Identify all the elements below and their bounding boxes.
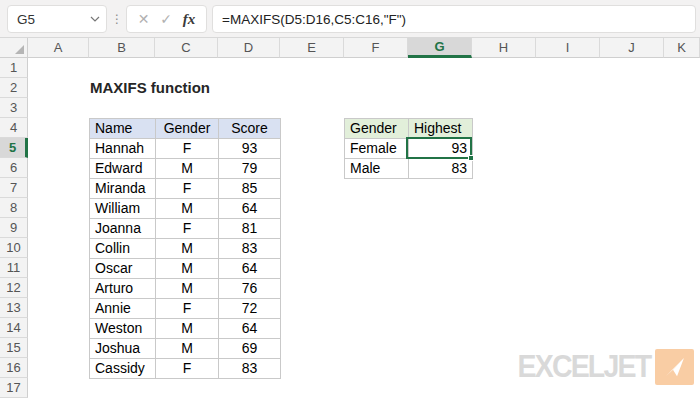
row-header-8[interactable]: 8 bbox=[0, 198, 28, 218]
table-row: JoannaF81 bbox=[90, 219, 281, 239]
row-header-12[interactable]: 12 bbox=[0, 278, 28, 298]
row-header-5[interactable]: 5 bbox=[0, 138, 28, 158]
table-cell[interactable]: Annie bbox=[90, 299, 156, 319]
table-cell[interactable]: 83 bbox=[219, 239, 281, 259]
sheet-canvas[interactable]: MAXIFS function NameGenderScoreHannahF93… bbox=[28, 58, 700, 398]
column-header-C[interactable]: C bbox=[155, 38, 218, 58]
table-cell[interactable]: Weston bbox=[90, 319, 156, 339]
column-header-D[interactable]: D bbox=[218, 38, 280, 58]
sheet-title-cell[interactable]: MAXIFS function bbox=[90, 78, 210, 98]
table-cell[interactable]: Collin bbox=[90, 239, 156, 259]
table-cell[interactable]: F bbox=[156, 299, 219, 319]
table-cell[interactable]: M bbox=[156, 279, 219, 299]
table-cell[interactable]: 72 bbox=[219, 299, 281, 319]
row-header-2[interactable]: 2 bbox=[0, 78, 28, 98]
table-cell[interactable]: Cassidy bbox=[90, 359, 156, 379]
table-cell[interactable]: 83 bbox=[409, 159, 473, 179]
row-header-17[interactable]: 17 bbox=[0, 378, 28, 398]
table-header-cell[interactable]: Gender bbox=[156, 119, 219, 139]
insert-function-icon[interactable]: fx bbox=[183, 11, 196, 28]
enter-icon[interactable]: ✓ bbox=[160, 11, 172, 27]
table-cell[interactable]: 93 bbox=[219, 139, 281, 159]
column-header-I[interactable]: I bbox=[536, 38, 600, 58]
row-header-7[interactable]: 7 bbox=[0, 178, 28, 198]
table-cell[interactable]: F bbox=[156, 359, 219, 379]
column-header-H[interactable]: H bbox=[472, 38, 536, 58]
table-cell[interactable]: Joshua bbox=[90, 339, 156, 359]
row-header-6[interactable]: 6 bbox=[0, 158, 28, 178]
table-cell[interactable]: Female bbox=[345, 139, 409, 159]
column-header-E[interactable]: E bbox=[280, 38, 344, 58]
exceljet-logo: EXCELJET bbox=[506, 349, 694, 385]
table-cell[interactable]: M bbox=[156, 259, 219, 279]
table-cell[interactable]: Oscar bbox=[90, 259, 156, 279]
table-header-row: GenderHighest bbox=[345, 119, 473, 139]
table-cell[interactable]: M bbox=[156, 319, 219, 339]
table-cell[interactable]: 93 bbox=[409, 139, 473, 159]
table-cell[interactable]: Joanna bbox=[90, 219, 156, 239]
table-cell[interactable]: 64 bbox=[219, 259, 281, 279]
row-header-15[interactable]: 15 bbox=[0, 338, 28, 358]
table-cell[interactable]: M bbox=[156, 339, 219, 359]
column-header-G[interactable]: G bbox=[408, 38, 472, 58]
row-header-1[interactable]: 1 bbox=[0, 58, 28, 78]
table-cell[interactable]: 79 bbox=[219, 159, 281, 179]
table-header-cell[interactable]: Highest bbox=[409, 119, 473, 139]
table-row: CassidyF83 bbox=[90, 359, 281, 379]
formula-bar: G5 ⋮ ✕ ✓ fx =MAXIFS(D5:D16,C5:C16,"F") bbox=[0, 0, 700, 38]
table-cell[interactable]: M bbox=[156, 239, 219, 259]
column-header-A[interactable]: A bbox=[28, 38, 89, 58]
table-cell[interactable]: Arturo bbox=[90, 279, 156, 299]
table-cell[interactable]: Edward bbox=[90, 159, 156, 179]
table-header-row: NameGenderScore bbox=[90, 119, 281, 139]
row-header-3[interactable]: 3 bbox=[0, 98, 28, 118]
table-row: OscarM64 bbox=[90, 259, 281, 279]
column-header-F[interactable]: F bbox=[344, 38, 408, 58]
row-header-16[interactable]: 16 bbox=[0, 358, 28, 378]
table-cell[interactable]: Hannah bbox=[90, 139, 156, 159]
row-header-10[interactable]: 10 bbox=[0, 238, 28, 258]
table-row: CollinM83 bbox=[90, 239, 281, 259]
column-header-B[interactable]: B bbox=[89, 38, 155, 58]
table-cell[interactable]: 85 bbox=[219, 179, 281, 199]
row-header-11[interactable]: 11 bbox=[0, 258, 28, 278]
formula-input[interactable]: =MAXIFS(D5:D16,C5:C16,"F") bbox=[212, 5, 696, 33]
row-header-4[interactable]: 4 bbox=[0, 118, 28, 138]
table-cell[interactable]: 69 bbox=[219, 339, 281, 359]
table-header-cell[interactable]: Name bbox=[90, 119, 156, 139]
formula-text: =MAXIFS(D5:D16,C5:C16,"F") bbox=[213, 12, 406, 27]
row-header-9[interactable]: 9 bbox=[0, 218, 28, 238]
column-headers: ABCDEFGHIJK bbox=[28, 38, 700, 58]
table-cell[interactable]: 64 bbox=[219, 319, 281, 339]
column-header-J[interactable]: J bbox=[600, 38, 664, 58]
table-row: WestonM64 bbox=[90, 319, 281, 339]
table-cell[interactable]: Miranda bbox=[90, 179, 156, 199]
table-header-cell[interactable]: Score bbox=[219, 119, 281, 139]
table-cell[interactable]: 81 bbox=[219, 219, 281, 239]
table-cell[interactable]: 76 bbox=[219, 279, 281, 299]
table-cell[interactable]: F bbox=[156, 139, 219, 159]
table-row: JoshuaM69 bbox=[90, 339, 281, 359]
row-header-14[interactable]: 14 bbox=[0, 318, 28, 338]
table-cell[interactable]: 64 bbox=[219, 199, 281, 219]
row-header-13[interactable]: 13 bbox=[0, 298, 28, 318]
table-cell[interactable]: Male bbox=[345, 159, 409, 179]
cancel-icon[interactable]: ✕ bbox=[138, 11, 150, 27]
column-header-K[interactable]: K bbox=[664, 38, 700, 58]
table-cell[interactable]: William bbox=[90, 199, 156, 219]
table-cell[interactable]: 83 bbox=[219, 359, 281, 379]
table-header-cell[interactable]: Gender bbox=[345, 119, 409, 139]
select-all-icon bbox=[15, 45, 24, 54]
table-cell[interactable]: M bbox=[156, 159, 219, 179]
table-row: EdwardM79 bbox=[90, 159, 281, 179]
chevron-down-icon[interactable] bbox=[84, 16, 106, 22]
cell-reference: G5 bbox=[8, 12, 84, 27]
name-box[interactable]: G5 bbox=[7, 5, 107, 33]
excel-window: G5 ⋮ ✕ ✓ fx =MAXIFS(D5:D16,C5:C16,"F") A… bbox=[0, 0, 700, 400]
select-all-button[interactable] bbox=[0, 38, 28, 58]
row-headers: 1234567891011121314151617 bbox=[0, 58, 28, 398]
more-options-icon[interactable]: ⋮ bbox=[111, 8, 121, 30]
table-cell[interactable]: M bbox=[156, 199, 219, 219]
table-cell[interactable]: F bbox=[156, 179, 219, 199]
table-cell[interactable]: F bbox=[156, 219, 219, 239]
